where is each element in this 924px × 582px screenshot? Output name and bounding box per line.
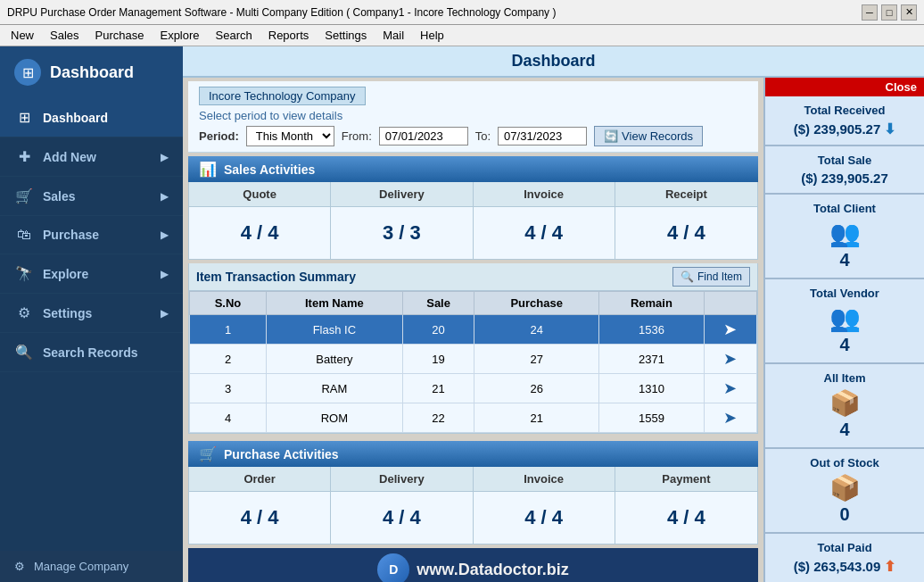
to-date-input[interactable]: 07/31/2023: [498, 127, 587, 146]
sales-activities-title: Sales Activities: [224, 162, 315, 177]
sidebar-header-label: Dashboard: [50, 63, 134, 82]
table-row[interactable]: 1 Flash IC 20 24 1536 ➤: [190, 315, 757, 345]
cell-itemname: Flash IC: [267, 315, 403, 345]
purchase-payment-label: Payment: [615, 467, 757, 492]
sales-invoice-label: Invoice: [474, 182, 615, 207]
cell-nav[interactable]: ➤: [704, 403, 756, 433]
sidebar-item-settings[interactable]: ⚙ Settings ▶: [0, 294, 183, 333]
maximize-button[interactable]: □: [881, 4, 897, 21]
right-panel: Close Total Received ($) 239,905.27 ⬇ To…: [763, 78, 924, 582]
cell-purchase: 27: [474, 345, 598, 374]
period-area: Incore Technology Company Select period …: [188, 81, 758, 153]
minimize-button[interactable]: ─: [862, 4, 878, 21]
nav-arrow-icon[interactable]: ➤: [723, 379, 737, 397]
purchase-delivery-cell: Delivery 4 / 4: [331, 467, 473, 544]
sidebar-label-purchase: Purchase: [43, 228, 152, 242]
purchase-icon: 🛍: [14, 227, 34, 243]
cell-remain: 2371: [598, 345, 704, 374]
menu-item-settings[interactable]: Settings: [318, 27, 374, 44]
purchase-delivery-value: 4 / 4: [334, 499, 468, 536]
cell-sno: 4: [190, 403, 267, 433]
menu-item-new[interactable]: New: [4, 27, 41, 44]
stat-total-vendor: Total Vendor 👥 4: [765, 279, 924, 364]
sales-activities-icon: 📊: [199, 161, 217, 178]
table-row[interactable]: 4 ROM 22 21 1559 ➤: [190, 403, 757, 433]
sidebar-item-explore[interactable]: 🔭 Explore ▶: [0, 254, 183, 294]
sales-activities-grid: Quote 4 / 4 Delivery 3 / 3 Invoice 4 / 4: [188, 182, 758, 260]
from-date-input[interactable]: 07/01/2023: [379, 127, 468, 146]
sidebar-item-dashboard[interactable]: ⊞ Dashboard: [0, 98, 183, 137]
stat-all-item: All Item 📦 4: [765, 364, 924, 449]
purchase-activities-grid: Order 4 / 4 Delivery 4 / 4 Invoice 4 / 4: [188, 467, 758, 545]
sales-activities-header: 📊 Sales Activities: [188, 156, 758, 182]
received-down-arrow-icon: ⬇: [884, 121, 895, 137]
purchase-activities-section: 🛒 Purchase Activities Order 4 / 4 Delive…: [188, 441, 758, 545]
title-bar: DRPU Purchase Order Management Software …: [0, 0, 924, 25]
find-item-button[interactable]: 🔍 Find Item: [672, 267, 750, 287]
sidebar-label-dashboard: Dashboard: [43, 111, 169, 125]
col-itemname: Item Name: [267, 292, 403, 315]
cell-nav[interactable]: ➤: [704, 345, 756, 374]
stat-total-received: Total Received ($) 239,905.27 ⬇: [765, 96, 924, 146]
cell-itemname: ROM: [267, 403, 403, 433]
menu-item-search[interactable]: Search: [209, 27, 260, 44]
view-records-button[interactable]: 🔄 View Records: [594, 126, 703, 146]
sidebar-item-sales[interactable]: 🛒 Sales ▶: [0, 177, 183, 216]
close-panel-button[interactable]: Close: [765, 78, 924, 96]
cell-itemname: RAM: [267, 374, 403, 403]
purchase-order-value: 4 / 4: [193, 499, 326, 536]
stat-total-sale-title: Total Sale: [774, 154, 915, 167]
stat-total-vendor-title: Total Vendor: [774, 287, 915, 300]
purchase-invoice-cell: Invoice 4 / 4: [474, 467, 615, 544]
menu-item-mail[interactable]: Mail: [375, 27, 411, 44]
stat-total-received-value: ($) 239,905.27 ⬇: [774, 121, 915, 137]
sales-receipt-value: 4 / 4: [619, 214, 754, 252]
sales-delivery-value: 3 / 3: [334, 214, 468, 252]
purchase-invoice-label: Invoice: [474, 467, 615, 492]
sales-delivery-label: Delivery: [331, 182, 472, 207]
menu-item-reports[interactable]: Reports: [261, 27, 317, 44]
sales-quote-value: 4 / 4: [193, 214, 326, 252]
menu-item-explore[interactable]: Explore: [153, 27, 206, 44]
purchase-activities-title: Purchase Activities: [224, 447, 339, 461]
sales-receipt-cell: Receipt 4 / 4: [615, 182, 757, 259]
sidebar-header: ⊞ Dashboard: [0, 46, 183, 98]
sales-invoice-value: 4 / 4: [477, 214, 611, 252]
manage-company-button[interactable]: ⚙ Manage Company: [0, 551, 183, 582]
nav-arrow-icon[interactable]: ➤: [723, 350, 737, 368]
table-row[interactable]: 3 RAM 21 26 1310 ➤: [190, 374, 757, 403]
menu-item-sales[interactable]: Sales: [43, 27, 87, 44]
stat-out-of-stock-value: 0: [774, 504, 915, 525]
stat-total-client-title: Total Client: [774, 202, 915, 215]
sidebar-label-sales: Sales: [43, 189, 152, 204]
sidebar-item-purchase[interactable]: 🛍 Purchase ▶: [0, 216, 183, 254]
menu-item-purchase[interactable]: Purchase: [88, 27, 152, 44]
stat-total-client: Total Client 👥 4: [765, 195, 924, 279]
purchase-payment-cell: Payment 4 / 4: [615, 467, 757, 544]
sidebar-spacer: [0, 372, 183, 551]
cell-nav[interactable]: ➤: [704, 374, 756, 403]
stat-out-of-stock-title: Out of Stock: [774, 456, 915, 470]
sales-quote-cell: Quote 4 / 4: [189, 182, 331, 259]
footer-bar: D www.Datadoctor.biz: [188, 548, 758, 582]
manage-company-label: Manage Company: [34, 560, 128, 573]
settings-icon: ⚙: [14, 304, 34, 321]
sidebar-item-addnew[interactable]: ✚ Add New ▶: [0, 137, 183, 177]
footer-website: www.Datadoctor.biz: [417, 561, 568, 579]
sidebar-item-searchrecords[interactable]: 🔍 Search Records: [0, 333, 183, 372]
period-label: Period:: [199, 129, 239, 143]
period-select[interactable]: This Month Last Month This Year: [246, 126, 334, 146]
stat-all-item-title: All Item: [774, 371, 915, 385]
client-icon: 👥: [774, 219, 915, 248]
nav-arrow-icon[interactable]: ➤: [723, 320, 737, 338]
outofstock-icon: 📦: [774, 473, 915, 503]
menu-item-help[interactable]: Help: [413, 27, 451, 44]
sales-activities-section: 📊 Sales Activities Quote 4 / 4 Delivery …: [188, 156, 758, 260]
cell-nav[interactable]: ➤: [704, 315, 756, 345]
table-row[interactable]: 2 Battery 19 27 2371 ➤: [190, 345, 757, 374]
cell-sale: 19: [402, 345, 474, 374]
cell-remain: 1559: [598, 403, 704, 433]
addnew-arrow-icon: ▶: [161, 151, 169, 163]
close-window-button[interactable]: ✕: [901, 4, 917, 21]
nav-arrow-icon[interactable]: ➤: [723, 409, 737, 427]
